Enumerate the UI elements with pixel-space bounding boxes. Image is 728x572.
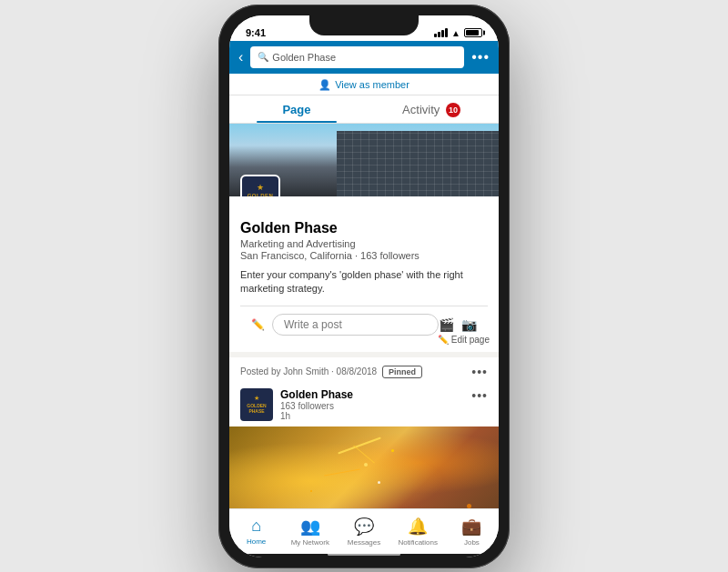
bottom-nav-messages[interactable]: 💬 Messages bbox=[337, 517, 390, 547]
bottom-nav-notifications[interactable]: 🔔 Notifications bbox=[391, 517, 445, 547]
status-icons: ▲ bbox=[434, 28, 482, 38]
home-icon: ⌂ bbox=[251, 517, 261, 536]
tabs: Page Activity 10 bbox=[229, 95, 499, 125]
author-more-button[interactable]: ••• bbox=[471, 388, 488, 403]
tab-page[interactable]: Page bbox=[229, 95, 364, 124]
search-icon: 🔍 bbox=[258, 52, 268, 62]
edit-page-button[interactable]: ✏️ Edit page bbox=[438, 335, 490, 345]
content-area: ★ GOLDENPHASE ✏️ Edit page Golden Phase … bbox=[229, 124, 499, 507]
notch bbox=[309, 15, 419, 35]
company-location: San Francisco, California · 163 follower… bbox=[240, 250, 488, 261]
network-label: My Network bbox=[291, 538, 329, 547]
company-category: Marketing and Advertising bbox=[240, 238, 488, 249]
cover-photo: ★ GOLDENPHASE bbox=[229, 124, 499, 196]
nav-bar: ‹ 🔍 Golden Phase ••• bbox=[229, 41, 499, 74]
wifi-icon: ▲ bbox=[451, 28, 460, 38]
post-more-button[interactable]: ••• bbox=[471, 365, 488, 379]
author-followers: 163 followers bbox=[280, 401, 353, 411]
bottom-nav-jobs[interactable]: 💼 Jobs bbox=[445, 517, 499, 547]
signal-icon bbox=[434, 28, 448, 37]
avatar-text: GOLDENPHASE bbox=[247, 403, 266, 414]
view-as-member-bar: 👤 View as member bbox=[229, 74, 499, 95]
post-media-icons: 🎬 📷 bbox=[439, 317, 477, 332]
post-author: ★ GOLDENPHASE Golden Phase 163 followers… bbox=[229, 383, 499, 426]
search-box[interactable]: 🔍 Golden Phase bbox=[250, 46, 464, 68]
bottom-nav: ⌂ Home 👥 My Network 💬 Messages 🔔 Notific… bbox=[229, 508, 499, 554]
status-time: 9:41 bbox=[246, 27, 266, 38]
phone-screen: 9:41 ▲ ‹ 🔍 Golden Phase ••• bbox=[229, 15, 499, 557]
author-time: 1h bbox=[280, 411, 353, 421]
pencil-icon: ✏️ bbox=[438, 335, 449, 345]
write-post-input[interactable]: Write a post bbox=[272, 314, 439, 336]
author-details: Golden Phase 163 followers 1h bbox=[280, 388, 353, 421]
view-as-member-link[interactable]: 👤 View as member bbox=[229, 79, 499, 91]
company-description: Enter your company's 'golden phase' with… bbox=[240, 268, 488, 296]
profile-info: ✏️ Edit page Golden Phase Marketing and … bbox=[229, 196, 499, 352]
battery-icon bbox=[464, 28, 482, 37]
view-as-member-label: View as member bbox=[335, 79, 410, 90]
messages-icon: 💬 bbox=[354, 517, 374, 537]
search-text: Golden Phase bbox=[272, 52, 336, 63]
pinned-badge: Pinned bbox=[382, 366, 422, 378]
jobs-icon: 💼 bbox=[461, 517, 481, 537]
post-meta-left: Posted by John Smith · 08/8/2018 Pinned bbox=[240, 366, 422, 378]
post-avatar: ★ GOLDENPHASE bbox=[240, 388, 273, 421]
home-label: Home bbox=[247, 537, 266, 546]
post-meta: Posted by John Smith · 08/8/2018 Pinned … bbox=[229, 357, 499, 383]
notifications-icon: 🔔 bbox=[408, 517, 428, 537]
more-button[interactable]: ••• bbox=[471, 49, 490, 65]
jobs-label: Jobs bbox=[464, 538, 480, 547]
notifications-label: Notifications bbox=[398, 538, 438, 547]
profile-card: ★ GOLDENPHASE ✏️ Edit page Golden Phase … bbox=[229, 124, 499, 352]
logo-star-icon: ★ bbox=[257, 183, 264, 192]
company-logo: ★ GOLDENPHASE bbox=[240, 175, 280, 196]
tab-activity[interactable]: Activity 10 bbox=[364, 95, 499, 124]
person-icon: 👤 bbox=[318, 79, 331, 91]
bottom-nav-home[interactable]: ⌂ Home bbox=[229, 517, 283, 546]
post-image bbox=[229, 426, 499, 508]
company-name: Golden Phase bbox=[240, 220, 488, 236]
activity-badge: 10 bbox=[446, 103, 460, 117]
home-indicator bbox=[229, 554, 499, 557]
edit-post-icon: ✏️ bbox=[251, 318, 265, 331]
phone-frame: 9:41 ▲ ‹ 🔍 Golden Phase ••• bbox=[218, 5, 510, 568]
back-button[interactable]: ‹ bbox=[238, 49, 243, 65]
camera-icon[interactable]: 📷 bbox=[461, 317, 477, 332]
avatar-star-icon: ★ bbox=[254, 395, 259, 402]
author-name: Golden Phase bbox=[280, 388, 353, 401]
bottom-nav-network[interactable]: 👥 My Network bbox=[283, 517, 337, 547]
messages-label: Messages bbox=[348, 538, 380, 547]
video-icon[interactable]: 🎬 bbox=[439, 317, 454, 332]
pinned-post: Posted by John Smith · 08/8/2018 Pinned … bbox=[229, 357, 499, 508]
network-icon: 👥 bbox=[300, 517, 320, 537]
post-input-area: ✏️ Write a post bbox=[251, 314, 439, 336]
post-meta-text: Posted by John Smith · 08/8/2018 bbox=[240, 366, 377, 376]
post-author-left: ★ GOLDENPHASE Golden Phase 163 followers… bbox=[240, 388, 353, 421]
